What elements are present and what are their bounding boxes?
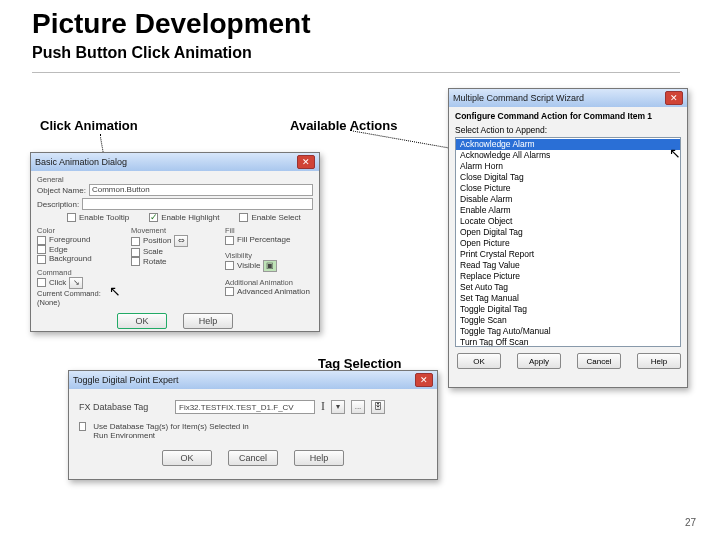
action-list-item[interactable]: Set Auto Tag <box>456 282 680 293</box>
tag-expert-dialog: Toggle Digital Point Expert ✕ FX Databas… <box>68 370 438 480</box>
dialog-titlebar: Basic Animation Dialog ✕ <box>31 153 319 171</box>
action-list-item[interactable]: Alarm Horn <box>456 161 680 172</box>
help-button[interactable]: Help <box>637 353 681 369</box>
close-icon[interactable]: ✕ <box>297 155 315 169</box>
action-list-item[interactable]: Disable Alarm <box>456 194 680 205</box>
tag-helper-button[interactable]: 🗄 <box>371 400 385 414</box>
action-list-item[interactable]: Acknowledge Alarm <box>456 139 680 150</box>
ok-button[interactable]: OK <box>457 353 501 369</box>
dropdown-button[interactable]: ▾ <box>331 400 345 414</box>
action-list-item[interactable]: Set Tag Manual <box>456 293 680 304</box>
fx-tag-field[interactable]: Fix32.TESTFIX.TEST_D1.F_CV <box>175 400 315 414</box>
ok-button[interactable]: OK <box>162 450 212 466</box>
object-name-field[interactable]: Common.Button <box>89 184 313 196</box>
foreground-option[interactable]: Foreground <box>37 235 125 244</box>
action-list-item[interactable]: Toggle Scan <box>456 315 680 326</box>
visible-config-button[interactable]: ▣ <box>263 260 277 272</box>
label-available-actions: Available Actions <box>290 118 397 133</box>
wizard-subhead: Select Action to Append: <box>455 125 681 135</box>
action-list-item[interactable]: Locate Object <box>456 216 680 227</box>
browse-button[interactable]: ... <box>351 400 365 414</box>
cancel-button[interactable]: Cancel <box>577 353 621 369</box>
close-icon[interactable]: ✕ <box>415 373 433 387</box>
use-db-tag-option[interactable]: Use Database Tag(s) for Item(s) Selected… <box>79 422 259 440</box>
dialog-title: Basic Animation Dialog <box>35 157 127 167</box>
ok-button[interactable]: OK <box>117 313 167 329</box>
background-option[interactable]: Background <box>37 254 125 263</box>
action-list-item[interactable]: Enable Alarm <box>456 205 680 216</box>
action-list-item[interactable]: Toggle Tag Auto/Manual <box>456 326 680 337</box>
enable-select-option[interactable]: Enable Select <box>239 213 300 222</box>
cancel-button[interactable]: Cancel <box>228 450 278 466</box>
close-icon[interactable]: ✕ <box>665 91 683 105</box>
dialog-titlebar: Multiple Command Script Wizard ✕ <box>449 89 687 107</box>
current-command-value: (None) <box>37 298 60 307</box>
wizard-heading: Configure Command Action for Command Ite… <box>455 111 681 121</box>
dialog-title: Toggle Digital Point Expert <box>73 375 179 385</box>
action-list-item[interactable]: Replace Picture <box>456 271 680 282</box>
action-list-item[interactable]: Print Crystal Report <box>456 249 680 260</box>
group-command: Command <box>37 268 125 277</box>
action-list-item[interactable]: Close Digital Tag <box>456 172 680 183</box>
dialog-titlebar: Toggle Digital Point Expert ✕ <box>69 371 437 389</box>
action-list-item[interactable]: Acknowledge All Alarms <box>456 150 680 161</box>
slide-title: Picture Development <box>32 8 311 40</box>
action-list-item[interactable]: Open Digital Tag <box>456 227 680 238</box>
label-tag-selection: Tag Selection <box>318 356 402 371</box>
command-wizard-dialog: Multiple Command Script Wizard ✕ Configu… <box>448 88 688 388</box>
current-command-label: Current Command: <box>37 289 101 298</box>
group-additional: Additional Animation <box>225 278 313 287</box>
cursor-icon: ↖ <box>109 283 121 299</box>
group-color: Color <box>37 226 125 235</box>
action-list-item[interactable]: Open Picture <box>456 238 680 249</box>
click-config-button[interactable]: ↘ <box>69 277 83 289</box>
action-list-item[interactable]: Close Picture <box>456 183 680 194</box>
action-list-item[interactable]: Toggle Digital Tag <box>456 304 680 315</box>
advanced-animation-option[interactable]: Advanced Animation <box>225 287 313 296</box>
description-label: Description: <box>37 200 79 209</box>
group-visibility: Visibility <box>225 251 313 260</box>
action-list[interactable]: Acknowledge AlarmAcknowledge All AlarmsA… <box>455 137 681 347</box>
group-general: General <box>37 175 313 184</box>
dialog-title: Multiple Command Script Wizard <box>453 93 584 103</box>
fill-percentage-option[interactable]: Fill Percentage <box>225 235 313 244</box>
action-list-item[interactable]: Turn Tag Off Scan <box>456 337 680 347</box>
scale-option[interactable]: Scale <box>131 247 219 256</box>
object-name-label: Object Name: <box>37 186 86 195</box>
basic-animation-dialog: Basic Animation Dialog ✕ General Object … <box>30 152 320 332</box>
apply-button[interactable]: Apply <box>517 353 561 369</box>
position-config-button[interactable]: ⇔ <box>174 235 188 247</box>
enable-tooltip-option[interactable]: Enable Tooltip <box>67 213 129 222</box>
description-field[interactable] <box>82 198 313 210</box>
fx-tag-label: FX Database Tag <box>79 402 169 412</box>
slide-subtitle: Push Button Click Animation <box>32 44 252 62</box>
text-cursor-icon: I <box>321 399 325 414</box>
action-list-item[interactable]: Read Tag Value <box>456 260 680 271</box>
visible-option[interactable]: Visible▣ <box>225 260 313 272</box>
label-click-animation: Click Animation <box>40 118 138 133</box>
cursor-icon: ↖ <box>669 145 681 161</box>
group-movement: Movement <box>131 226 219 235</box>
page-number: 27 <box>685 517 696 528</box>
position-option[interactable]: Position⇔ <box>131 235 219 247</box>
help-button[interactable]: Help <box>183 313 233 329</box>
rotate-option[interactable]: Rotate <box>131 257 219 266</box>
divider <box>32 72 680 73</box>
help-button[interactable]: Help <box>294 450 344 466</box>
enable-highlight-option[interactable]: Enable Highlight <box>149 213 219 222</box>
group-fill: Fill <box>225 226 313 235</box>
edge-option[interactable]: Edge <box>37 245 125 254</box>
